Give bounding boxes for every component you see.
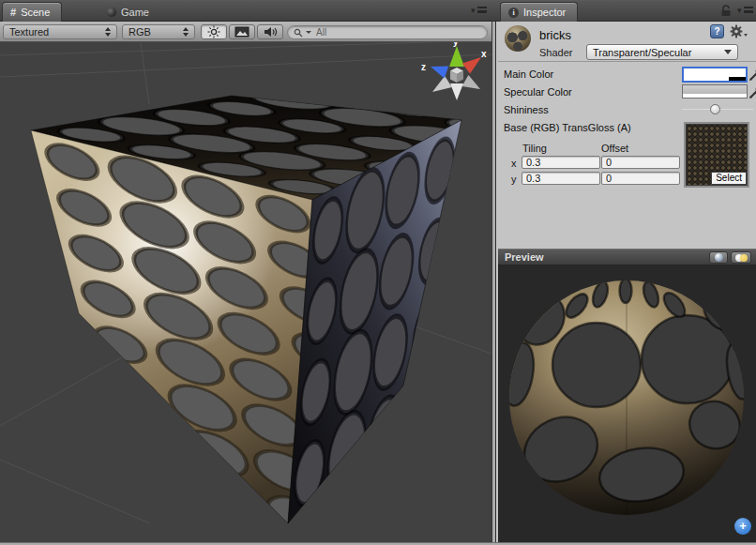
tab-bar: # Scene Game ▾ i Inspector ▾ xyxy=(0,1,756,22)
tab-game[interactable]: Game xyxy=(99,2,160,22)
tiling-y-field[interactable] xyxy=(522,172,600,185)
dropdown-stepper-icon xyxy=(183,27,189,37)
sphere-icon xyxy=(715,253,723,262)
offset-y-input[interactable] xyxy=(602,173,679,184)
tab-scene-label: Scene xyxy=(21,7,50,18)
specular-color-label: Specular Color xyxy=(504,86,572,98)
shader-dropdown[interactable]: Transparent/Specular xyxy=(586,44,738,60)
shininess-slider[interactable] xyxy=(682,103,753,115)
gizmo-x-cone[interactable] xyxy=(462,57,481,74)
color-mode-label: RGB xyxy=(129,26,175,38)
chevron-down-icon xyxy=(724,50,732,54)
main-color-swatch[interactable] xyxy=(682,67,748,83)
uv-y-axis-label: y xyxy=(511,174,517,185)
scene-toolbar: Textured RGB xyxy=(0,22,491,42)
offset-header: Offset xyxy=(601,143,628,154)
gizmo-z-label: z xyxy=(421,62,426,72)
gizmo-x-label: x xyxy=(481,49,487,59)
inspector-panel: bricks Shader Transparent/Specular ? xyxy=(498,22,756,249)
image-icon xyxy=(234,26,249,38)
dropdown-stepper-icon xyxy=(105,27,111,37)
material-name: bricks xyxy=(539,28,571,42)
tiling-header: Tiling xyxy=(522,143,547,154)
gizmo-z-cone[interactable] xyxy=(431,66,448,78)
shader-label: Shader xyxy=(539,47,572,58)
material-preview[interactable]: + xyxy=(498,265,756,542)
panel-divider[interactable] xyxy=(491,22,498,542)
help-icon[interactable]: ? xyxy=(710,24,724,38)
preview-sphere-button[interactable] xyxy=(709,251,728,264)
color-mode-dropdown[interactable]: RGB xyxy=(122,24,195,39)
light-yellow-icon xyxy=(740,254,748,262)
offset-x-input[interactable] xyxy=(602,157,679,168)
tab-game-label: Game xyxy=(121,7,149,18)
eyedropper-icon[interactable] xyxy=(748,84,756,99)
scene-viewport[interactable]: y x z xyxy=(0,42,491,542)
scene-3d-view: y x z xyxy=(0,42,491,542)
base-map-label: Base (RGB) TransGloss (A) xyxy=(504,122,631,133)
lighting-toggle-button[interactable] xyxy=(201,24,227,39)
search-icon xyxy=(294,28,303,38)
specular-color-swatch[interactable] xyxy=(682,84,748,98)
sun-icon xyxy=(207,25,220,38)
preview-lighting-button[interactable] xyxy=(731,251,751,264)
skybox-toggle-button[interactable] xyxy=(229,24,255,39)
render-mode-dropdown[interactable]: Textured xyxy=(3,24,117,39)
render-mode-label: Textured xyxy=(9,26,98,38)
material-thumbnail xyxy=(505,25,531,52)
alpha-bar xyxy=(684,77,746,81)
shader-value: Transparent/Specular xyxy=(593,47,691,58)
search-input[interactable] xyxy=(314,26,481,38)
scene-grid-icon: # xyxy=(10,7,16,18)
info-icon: i xyxy=(508,8,519,18)
audio-toggle-button[interactable] xyxy=(257,24,283,39)
lock-icon[interactable] xyxy=(720,5,732,17)
gear-icon[interactable] xyxy=(730,24,748,38)
tiling-x-field[interactable] xyxy=(522,156,600,169)
tiling-x-input[interactable] xyxy=(522,157,599,168)
scene-search[interactable] xyxy=(287,25,488,39)
offset-y-field[interactable] xyxy=(601,172,680,185)
inspector-panel-menu-icon[interactable]: ▾ xyxy=(737,6,753,15)
add-preview-icon[interactable]: + xyxy=(734,518,751,535)
uv-x-axis-label: x xyxy=(511,158,517,169)
shininess-thumb[interactable] xyxy=(710,104,720,114)
main-color-label: Main Color xyxy=(504,68,553,80)
preview-header[interactable]: Preview xyxy=(498,249,756,265)
unity-window: # Scene Game ▾ i Inspector ▾ Textured RG… xyxy=(0,0,756,545)
eyedropper-icon[interactable] xyxy=(748,67,756,82)
textured-cube[interactable] xyxy=(31,80,491,542)
offset-x-field[interactable] xyxy=(601,156,680,169)
orientation-gizmo[interactable]: y x z xyxy=(421,42,487,100)
select-texture-button[interactable]: Select xyxy=(711,172,747,185)
gizmo-y-label: y xyxy=(453,42,459,47)
shininess-label: Shininess xyxy=(504,104,549,115)
scene-panel-menu-icon[interactable]: ▾ xyxy=(471,6,487,15)
preview-title: Preview xyxy=(505,251,544,263)
speaker-icon xyxy=(264,26,278,38)
preview-sphere xyxy=(498,265,756,542)
tab-inspector[interactable]: i Inspector xyxy=(500,2,578,22)
game-icon xyxy=(107,8,116,17)
tab-scene[interactable]: # Scene xyxy=(2,2,62,22)
search-filter-caret-icon[interactable] xyxy=(306,31,311,34)
tiling-y-input[interactable] xyxy=(522,173,599,184)
base-texture-thumbnail[interactable]: Select xyxy=(684,122,749,188)
tab-inspector-label: Inspector xyxy=(523,7,566,18)
